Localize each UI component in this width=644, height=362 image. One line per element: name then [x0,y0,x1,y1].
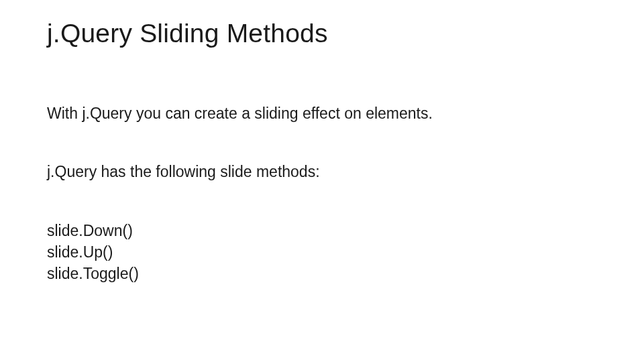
method-list: slide.Down() slide.Up() slide.Toggle() [47,220,597,285]
method-item: slide.Up() [47,241,597,263]
methods-intro: j.Query has the following slide methods: [47,162,597,182]
slide-container: j.Query Sliding Methods With j.Query you… [0,0,644,285]
intro-paragraph: With j.Query you can create a sliding ef… [47,103,597,124]
method-item: slide.Toggle() [47,263,597,284]
slide-title: j.Query Sliding Methods [47,19,597,48]
method-item: slide.Down() [47,220,597,241]
